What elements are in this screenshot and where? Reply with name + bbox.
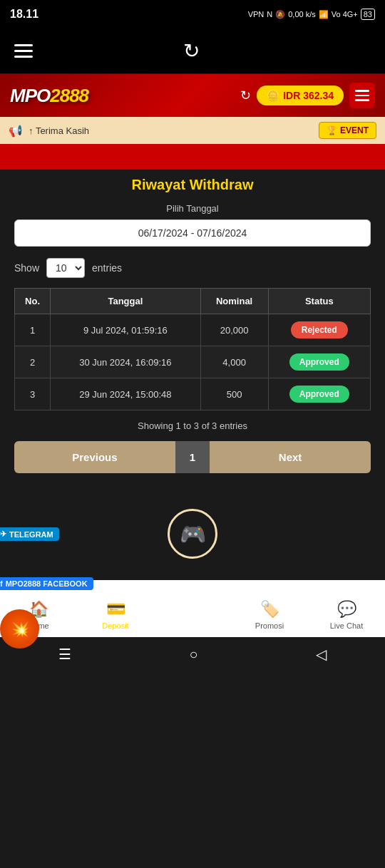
status-badge: Rejected [291, 321, 348, 339]
cell-status: Approved [268, 346, 370, 378]
battery-indicator: 83 [361, 9, 375, 20]
system-nav: ☰ ○ ◁ [0, 637, 385, 671]
mascot-icon: 💥 [0, 609, 39, 649]
cell-tanggal: 29 Jun 2024, 15:00:48 [51, 378, 200, 410]
show-label: Show [14, 262, 39, 274]
marquee-text: ↑ Terima Kasih [29, 125, 313, 136]
event-badge[interactable]: 🏆 EVENT [319, 122, 376, 139]
col-status: Status [268, 289, 370, 314]
entries-label: entries [92, 262, 122, 274]
telegram-badge[interactable]: ✈ TELEGRAM [0, 527, 59, 541]
nav-item-promosi[interactable]: 🏷️ Promosi [231, 600, 308, 630]
main-content: Riwayat Withdraw Pilih Tanggal Show 10 2… [0, 170, 385, 502]
cell-no: 1 [15, 314, 51, 346]
coin-icon: 🪙 [267, 90, 279, 101]
sys-home-button[interactable]: ○ [168, 646, 219, 663]
mascot-badge: 💥 [0, 609, 46, 656]
event-label: EVENT [340, 125, 369, 135]
cell-no: 3 [15, 378, 51, 410]
game-controller-button[interactable]: 🎮 [168, 509, 217, 559]
trophy-icon: 🏆 [327, 125, 337, 135]
mute-icon: 🔕 [275, 10, 285, 19]
header-menu-button[interactable] [349, 83, 375, 108]
date-label: Pilih Tanggal [14, 203, 371, 214]
col-no: No. [15, 289, 51, 314]
cell-nominal: 20,000 [200, 314, 268, 346]
status-badge: Approved [289, 353, 349, 371]
pagination-row: Previous 1 Next [14, 441, 371, 473]
announcement-icon: 📢 [9, 124, 23, 138]
hamburger-menu[interactable] [14, 44, 33, 58]
promosi-icon: 🏷️ [260, 600, 279, 619]
facebook-label: MPO2888 FACEBOOK [6, 579, 88, 588]
table-row: 1 9 Jul 2024, 01:59:16 20,000 Rejected [15, 314, 371, 346]
withdraw-table: No. Tanggal Nominal Status 1 9 Jul 2024,… [14, 288, 371, 410]
sys-back-button[interactable]: ◁ [294, 646, 348, 663]
cell-tanggal: 30 Jun 2024, 16:09:16 [51, 346, 200, 378]
nav-item-livechat[interactable]: 💬 Live Chat [308, 600, 385, 630]
telegram-icon: ✈ [0, 529, 6, 539]
nav-label-livechat: Live Chat [330, 621, 363, 630]
status-badge: Approved [289, 386, 349, 403]
status-time: 18.11 [10, 8, 38, 21]
logo: MPO2888 [10, 85, 88, 107]
refresh-top-button[interactable]: ↻ [183, 39, 200, 63]
signal-indicator: Vo 4G+ [332, 10, 358, 19]
col-tanggal: Tanggal [51, 289, 200, 314]
status-icons: VPN N 🔕 0,00 k/s 📶 Vo 4G+ 83 [248, 9, 375, 20]
table-row: 2 30 Jun 2024, 16:09:16 4,000 Approved [15, 346, 371, 378]
col-nominal: Nominal [200, 289, 268, 314]
balance-amount: IDR 362.34 [283, 90, 334, 101]
current-page: 1 [175, 441, 210, 473]
telegram-label: TELEGRAM [9, 530, 53, 539]
speed-indicator: 0,00 k/s [288, 10, 316, 19]
vpn-indicator: VPN [248, 10, 265, 19]
balance-button[interactable]: 🪙 IDR 362.34 [257, 86, 344, 105]
cell-nominal: 500 [200, 378, 268, 410]
logo-mpo: MPO [10, 85, 50, 106]
cell-status: Approved [268, 378, 370, 410]
header-right: ↻ 🪙 IDR 362.34 [240, 83, 375, 108]
facebook-badge[interactable]: f MPO2888 FACEBOOK [0, 577, 93, 590]
facebook-icon: f [0, 579, 3, 588]
cell-nominal: 4,000 [200, 346, 268, 378]
cell-no: 2 [15, 346, 51, 378]
cell-status: Rejected [268, 314, 370, 346]
top-nav: ↻ [0, 29, 385, 74]
refresh-balance-button[interactable]: ↻ [240, 88, 251, 103]
status-bar: 18.11 VPN N 🔕 0,00 k/s 📶 Vo 4G+ 83 [0, 0, 385, 29]
network-indicator: N [267, 10, 272, 19]
table-row: 3 29 Jun 2024, 15:00:48 500 Approved [15, 378, 371, 410]
nav-label-deposit: Deposit [102, 621, 128, 630]
header-bar: MPO2888 ↻ 🪙 IDR 362.34 [0, 74, 385, 117]
nav-item-deposit[interactable]: 💳 Deposit [77, 600, 154, 630]
pagination-info: Showing 1 to 3 of 3 entries [14, 420, 371, 431]
marquee-bar: 📢 ↑ Terima Kasih 🏆 EVENT [0, 117, 385, 144]
show-entries-row: Show 10 25 50 entries [14, 258, 371, 278]
livechat-icon: 💬 [337, 600, 356, 619]
next-button[interactable]: Next [210, 441, 371, 473]
red-banner [0, 144, 385, 170]
nav-label-promosi: Promosi [255, 621, 284, 630]
deposit-icon: 💳 [106, 600, 125, 619]
previous-button[interactable]: Previous [14, 441, 175, 473]
page-title: Riwayat Withdraw [14, 177, 371, 193]
logo-2888: 2888 [50, 85, 88, 106]
cell-tanggal: 9 Jul 2024, 01:59:16 [51, 314, 200, 346]
entries-select[interactable]: 10 25 50 [46, 258, 85, 278]
date-range-input[interactable] [14, 219, 371, 247]
wifi-icon: 📶 [319, 10, 329, 19]
